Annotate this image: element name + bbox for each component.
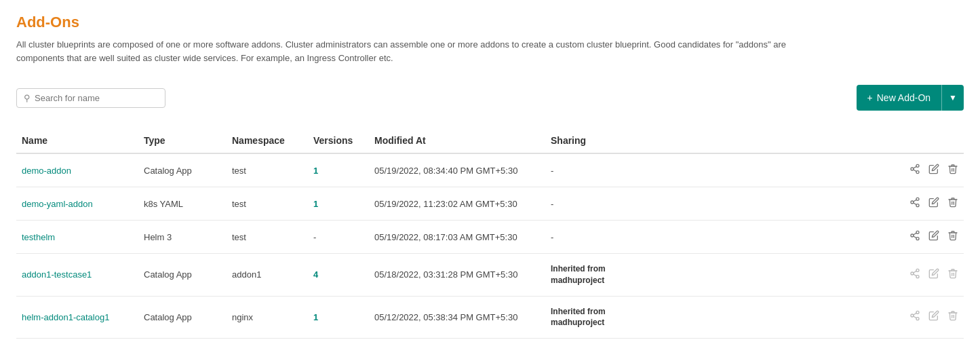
addon-versions: 1 (308, 153, 369, 187)
edit-icon (928, 310, 939, 324)
share-icon (909, 268, 920, 282)
svg-line-14 (914, 233, 917, 235)
svg-line-9 (914, 200, 917, 202)
addon-actions (654, 187, 964, 221)
delete-icon[interactable] (947, 197, 958, 210)
table-row: addon1-testcase1Catalog Appaddon1405/18/… (16, 254, 964, 297)
addon-modified-at: 05/19/2022, 11:23:02 AM GMT+5:30 (369, 187, 545, 221)
addon-sharing: - (545, 221, 654, 254)
addon-namespace: addon1 (227, 254, 308, 297)
addon-name-link[interactable]: testhelm (22, 232, 55, 242)
search-box[interactable]: ⚲ (16, 88, 165, 108)
share-icon (909, 310, 920, 324)
delete-icon (947, 268, 958, 282)
svg-line-13 (914, 236, 917, 238)
col-header-sharing: Sharing (545, 128, 654, 153)
addon-sharing: - (545, 187, 654, 221)
addon-modified-at: 05/19/2022, 08:17:03 AM GMT+5:30 (369, 221, 545, 254)
col-header-versions: Versions (308, 128, 369, 153)
addon-modified-at: 05/18/2022, 03:31:28 PM GMT+5:30 (369, 254, 545, 297)
svg-line-4 (914, 166, 917, 168)
table-row: helm-addon1-catalog1Catalog Appnginx105/… (16, 296, 964, 339)
new-addon-button[interactable]: + New Add-On ▼ (857, 85, 964, 111)
addon-modified-at: 05/19/2022, 08:34:40 PM GMT+5:30 (369, 153, 545, 187)
addon-type: k8s YAML (138, 187, 227, 221)
new-addon-main: + New Add-On (857, 86, 942, 109)
addons-table: Name Type Namespace Versions Modified At… (16, 128, 964, 339)
svg-line-18 (914, 274, 917, 276)
page-title: Add-Ons (16, 14, 964, 31)
col-header-namespace: Namespace (227, 128, 308, 153)
edit-icon[interactable] (928, 230, 939, 244)
toolbar: ⚲ + New Add-On ▼ (16, 78, 964, 117)
addon-namespace: nginx (227, 296, 308, 339)
share-icon[interactable] (909, 197, 920, 210)
addon-name-link[interactable]: addon1-testcase1 (22, 269, 92, 280)
dropdown-arrow-icon[interactable]: ▼ (942, 87, 964, 109)
svg-line-8 (914, 203, 917, 205)
delete-icon[interactable] (947, 230, 958, 244)
col-header-name: Name (16, 128, 138, 153)
addon-versions: - (308, 221, 369, 254)
plus-icon: + (867, 92, 873, 103)
table-row: demo-yaml-addonk8s YAMLtest105/19/2022, … (16, 187, 964, 221)
table-header-row: Name Type Namespace Versions Modified At… (16, 128, 964, 153)
addon-modified-at: 05/12/2022, 05:38:34 PM GMT+5:30 (369, 296, 545, 339)
addon-sharing: Inherited frommadhuproject (545, 254, 654, 297)
addon-versions: 1 (308, 187, 369, 221)
delete-icon (947, 310, 958, 324)
addon-actions (654, 153, 964, 187)
svg-line-24 (914, 314, 917, 316)
addon-name-link[interactable]: demo-addon (22, 166, 71, 176)
addon-type: Catalog App (138, 153, 227, 187)
addon-name-link[interactable]: helm-addon1-catalog1 (22, 312, 109, 322)
addon-actions (654, 221, 964, 254)
page-container: Add-Ons All cluster blueprints are compo… (0, 0, 980, 359)
search-icon: ⚲ (24, 93, 31, 103)
addon-versions: 4 (308, 254, 369, 297)
svg-line-3 (914, 170, 917, 172)
col-header-type: Type (138, 128, 227, 153)
svg-line-23 (914, 316, 917, 318)
table-row: testhelmHelm 3test-05/19/2022, 08:17:03 … (16, 221, 964, 254)
table-row: demo-addonCatalog Apptest105/19/2022, 08… (16, 153, 964, 187)
share-icon[interactable] (909, 164, 920, 177)
addon-type: Helm 3 (138, 221, 227, 254)
edit-icon[interactable] (928, 164, 939, 177)
addon-sharing: Inherited frommadhuproject (545, 296, 654, 339)
svg-line-19 (914, 271, 917, 273)
addon-actions (654, 254, 964, 297)
edit-icon[interactable] (928, 197, 939, 210)
new-addon-label: New Add-On (877, 92, 930, 103)
addon-namespace: test (227, 187, 308, 221)
addon-actions (654, 296, 964, 339)
addon-namespace: test (227, 153, 308, 187)
search-input[interactable] (35, 93, 158, 103)
addon-sharing: - (545, 153, 654, 187)
share-icon[interactable] (909, 230, 920, 244)
edit-icon (928, 268, 939, 282)
delete-icon[interactable] (947, 164, 958, 177)
col-header-actions (654, 128, 964, 153)
addon-namespace: test (227, 221, 308, 254)
col-header-modified: Modified At (369, 128, 545, 153)
page-description: All cluster blueprints are composed of o… (16, 38, 830, 64)
addon-type: Catalog App (138, 254, 227, 297)
addon-type: Catalog App (138, 296, 227, 339)
addon-name-link[interactable]: demo-yaml-addon (22, 199, 93, 209)
addon-versions: 1 (308, 296, 369, 339)
